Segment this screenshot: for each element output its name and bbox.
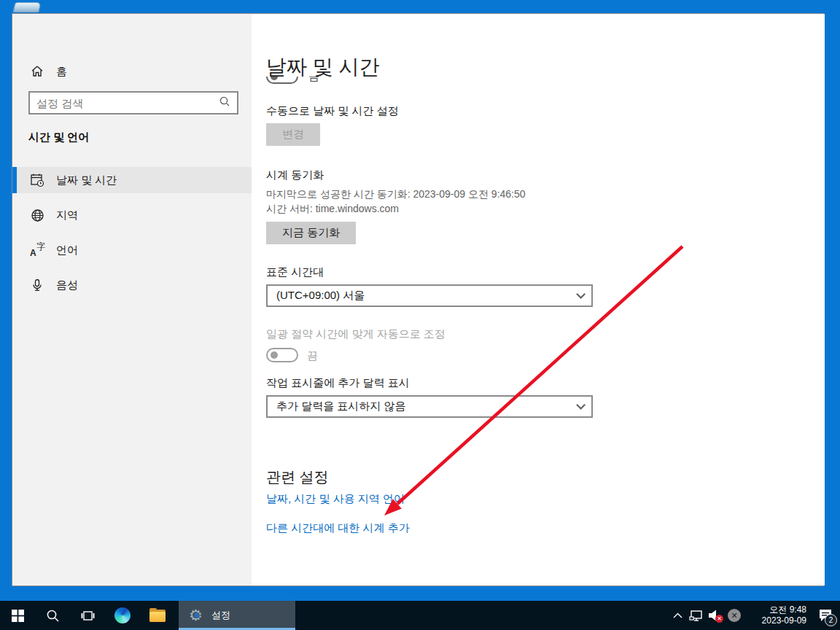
microphone-icon: [30, 278, 44, 292]
taskbar-app-settings[interactable]: ⚙ 설정: [179, 601, 295, 630]
dst-label: 일광 절약 시간에 맞게 자동으로 조정: [266, 327, 446, 341]
toggle-state-label: 끔: [308, 77, 319, 84]
toggle-knob: [271, 351, 278, 359]
last-sync-text: 마지막으로 성공한 시간 동기화: 2023-09-09 오전 9:46:50: [266, 188, 526, 201]
home-icon: [30, 64, 44, 79]
taskbar-app-label: 설정: [211, 609, 230, 622]
sidebar-item-speech[interactable]: 음성: [12, 272, 252, 298]
settings-window: 설정 ─ □ ✕ 홈 시간 및 언어 날짜 및 시간: [12, 13, 824, 586]
search-input[interactable]: [30, 93, 219, 113]
taskbar-clock[interactable]: 오전 9:48 2023-09-09: [747, 604, 806, 626]
sidebar-item-label: 언어: [56, 244, 78, 257]
manual-set-label: 수동으로 날짜 및 시간 설정: [266, 104, 399, 118]
edge-icon[interactable]: [105, 601, 140, 630]
sidebar-item-label: 음성: [56, 279, 78, 292]
timezone-dropdown[interactable]: (UTC+09:00) 서울: [266, 284, 593, 307]
volume-muted-icon[interactable]: ✕: [706, 601, 725, 630]
dst-state-label: 끔: [307, 349, 318, 363]
task-view-icon[interactable]: [70, 601, 105, 630]
search-icon[interactable]: [219, 96, 230, 110]
sync-now-button[interactable]: 지금 동기화: [266, 222, 356, 244]
settings-search-box: [28, 91, 238, 114]
add-clocks-link[interactable]: 다른 시간대에 대한 시계 추가: [266, 521, 410, 535]
extra-calendar-value: 추가 달력을 표시하지 않음: [276, 400, 406, 413]
extra-calendar-label: 작업 표시줄에 추가 달력 표시: [266, 376, 410, 390]
toggle-knob: [271, 77, 278, 80]
sync-heading: 시계 동기화: [266, 168, 324, 182]
notification-badge: 2: [825, 614, 837, 626]
content-pane: 날짜 및 시간 끔 수동으로 날짜 및 시간 설정 변경 시계 동기화 마지막으…: [252, 14, 825, 586]
sidebar-item-date-time[interactable]: 날짜 및 시간: [12, 167, 252, 193]
file-explorer-icon[interactable]: [140, 601, 175, 630]
status-circle-x-icon[interactable]: ✕: [725, 601, 744, 630]
language-icon: A字: [30, 243, 44, 257]
system-tray: ✕ ✕ 오전 9:48 2023-09-09 2: [668, 601, 840, 630]
sidebar-item-label: 지역: [56, 209, 78, 222]
extra-calendar-dropdown[interactable]: 추가 달력을 표시하지 않음: [266, 395, 593, 418]
taskbar: ⚙ 설정 ✕ ✕ 오전 9:48 2023-09-09 2: [0, 601, 840, 630]
toggle-track[interactable]: [266, 77, 298, 84]
timezone-value: (UTC+09:00) 서울: [276, 289, 365, 303]
clock-time: 오전 9:48: [747, 604, 806, 615]
clock-date: 2023-09-09: [747, 615, 806, 626]
sidebar-item-label: 날짜 및 시간: [56, 174, 117, 187]
recycle-bin-icon[interactable]: [13, 2, 42, 12]
timezone-label: 표준 시간대: [266, 265, 324, 279]
selected-accent-bar: [12, 167, 17, 193]
sidebar-item-home[interactable]: 홈: [12, 59, 252, 84]
time-server-text: 시간 서버: time.windows.com: [266, 203, 399, 216]
regional-language-link[interactable]: 날짜, 시간 및 사용 지역 언어: [266, 492, 405, 506]
change-button[interactable]: 변경: [266, 123, 320, 146]
calendar-clock-icon: [30, 173, 44, 187]
start-button[interactable]: [0, 601, 35, 630]
settings-gear-icon: ⚙: [189, 607, 205, 623]
auto-time-toggle-clipped[interactable]: 끔: [266, 77, 368, 89]
dst-toggle[interactable]: [266, 348, 298, 362]
action-center-icon[interactable]: 2: [811, 601, 840, 630]
globe-icon: [30, 208, 44, 222]
sidebar-section-title: 시간 및 언어: [28, 131, 89, 144]
chevron-up-icon[interactable]: [668, 601, 687, 630]
sidebar-home-label: 홈: [56, 65, 67, 79]
sidebar-item-region[interactable]: 지역: [12, 202, 252, 228]
chevron-down-icon: [576, 289, 586, 299]
network-icon[interactable]: [687, 601, 706, 630]
related-settings-heading: 관련 설정: [266, 467, 329, 487]
chevron-down-icon: [576, 400, 586, 410]
taskbar-search-icon[interactable]: [35, 601, 70, 630]
sidebar: 홈 시간 및 언어 날짜 및 시간 지역 A字 언어: [12, 14, 252, 586]
sidebar-item-language[interactable]: A字 언어: [12, 237, 252, 263]
